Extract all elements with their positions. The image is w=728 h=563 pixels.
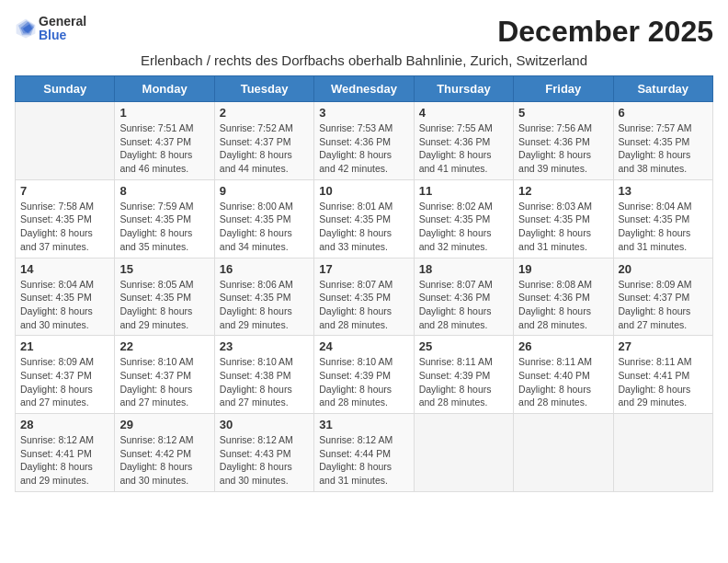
day-number: 22 — [119, 339, 209, 353]
day-number: 14 — [20, 262, 109, 276]
day-number: 30 — [220, 418, 309, 431]
calendar-cell: 8Sunrise: 7:59 AM Sunset: 4:35 PM Daylig… — [115, 179, 214, 258]
calendar-cell: 27Sunrise: 8:11 AM Sunset: 4:41 PM Dayli… — [613, 336, 712, 414]
day-number: 17 — [319, 262, 408, 276]
day-detail: Sunrise: 8:08 AM Sunset: 4:36 PM Dayligh… — [518, 278, 608, 332]
day-number: 8 — [119, 184, 209, 198]
day-detail: Sunrise: 8:11 AM Sunset: 4:41 PM Dayligh… — [619, 355, 708, 409]
day-detail: Sunrise: 8:10 AM Sunset: 4:37 PM Dayligh… — [119, 355, 209, 409]
col-sunday: Sunday — [16, 76, 115, 102]
day-detail: Sunrise: 8:12 AM Sunset: 4:41 PM Dayligh… — [20, 433, 109, 488]
calendar-cell — [514, 414, 613, 492]
day-detail: Sunrise: 8:09 AM Sunset: 4:37 PM Dayligh… — [20, 355, 109, 409]
col-wednesday: Wednesday — [314, 76, 414, 102]
day-number: 6 — [619, 106, 708, 120]
calendar-cell: 20Sunrise: 8:09 AM Sunset: 4:37 PM Dayli… — [613, 258, 712, 336]
calendar-cell: 29Sunrise: 8:12 AM Sunset: 4:42 PM Dayli… — [115, 414, 214, 492]
day-detail: Sunrise: 8:10 AM Sunset: 4:39 PM Dayligh… — [319, 355, 408, 409]
day-number: 24 — [319, 339, 408, 353]
day-number: 27 — [619, 339, 708, 353]
calendar-cell: 28Sunrise: 8:12 AM Sunset: 4:41 PM Dayli… — [16, 414, 115, 492]
calendar-cell — [414, 414, 513, 492]
day-number: 1 — [119, 106, 209, 120]
day-number: 12 — [518, 184, 608, 198]
day-number: 21 — [20, 339, 109, 353]
calendar-cell: 10Sunrise: 8:01 AM Sunset: 4:35 PM Dayli… — [314, 179, 414, 258]
day-number: 11 — [419, 184, 508, 198]
day-detail: Sunrise: 8:01 AM Sunset: 4:35 PM Dayligh… — [319, 200, 408, 254]
logo-text: General Blue — [39, 15, 86, 43]
day-number: 7 — [20, 184, 109, 198]
day-detail: Sunrise: 8:09 AM Sunset: 4:37 PM Dayligh… — [619, 278, 708, 332]
calendar-cell: 17Sunrise: 8:07 AM Sunset: 4:35 PM Dayli… — [314, 258, 414, 336]
calendar-cell: 6Sunrise: 7:57 AM Sunset: 4:35 PM Daylig… — [613, 102, 712, 180]
day-detail: Sunrise: 7:52 AM Sunset: 4:37 PM Dayligh… — [220, 121, 309, 176]
day-detail: Sunrise: 7:56 AM Sunset: 4:36 PM Dayligh… — [518, 121, 608, 176]
col-monday: Monday — [115, 76, 214, 102]
day-number: 26 — [518, 339, 608, 353]
day-number: 25 — [419, 339, 508, 353]
day-detail: Sunrise: 8:12 AM Sunset: 4:44 PM Dayligh… — [319, 433, 408, 488]
day-detail: Sunrise: 8:00 AM Sunset: 4:35 PM Dayligh… — [220, 200, 309, 254]
calendar-cell: 7Sunrise: 7:58 AM Sunset: 4:35 PM Daylig… — [16, 179, 115, 258]
day-number: 29 — [119, 418, 209, 431]
logo-container: General Blue — [15, 15, 86, 43]
day-detail: Sunrise: 8:12 AM Sunset: 4:43 PM Dayligh… — [220, 433, 309, 488]
month-title: December 2025 — [497, 15, 713, 49]
page-wrapper: General Blue December 2025 Erlenbach / r… — [15, 15, 713, 492]
calendar-cell: 26Sunrise: 8:11 AM Sunset: 4:40 PM Dayli… — [514, 336, 613, 414]
calendar-cell: 18Sunrise: 8:07 AM Sunset: 4:36 PM Dayli… — [414, 258, 513, 336]
calendar-cell: 5Sunrise: 7:56 AM Sunset: 4:36 PM Daylig… — [514, 102, 613, 180]
location-title: Erlenbach / rechts des Dorfbachs oberhal… — [15, 52, 713, 68]
col-friday: Friday — [514, 76, 613, 102]
calendar-cell: 22Sunrise: 8:10 AM Sunset: 4:37 PM Dayli… — [115, 336, 214, 414]
day-detail: Sunrise: 8:11 AM Sunset: 4:40 PM Dayligh… — [518, 355, 608, 409]
calendar-cell: 15Sunrise: 8:05 AM Sunset: 4:35 PM Dayli… — [115, 258, 214, 336]
day-detail: Sunrise: 8:06 AM Sunset: 4:35 PM Dayligh… — [220, 278, 309, 332]
day-number: 2 — [220, 106, 309, 120]
calendar-week-row: 7Sunrise: 7:58 AM Sunset: 4:35 PM Daylig… — [16, 179, 713, 258]
day-number: 23 — [220, 339, 309, 353]
day-detail: Sunrise: 8:07 AM Sunset: 4:35 PM Dayligh… — [319, 278, 408, 332]
calendar-week-row: 28Sunrise: 8:12 AM Sunset: 4:41 PM Dayli… — [16, 414, 713, 492]
col-saturday: Saturday — [613, 76, 712, 102]
day-number: 18 — [419, 262, 508, 276]
calendar-cell: 30Sunrise: 8:12 AM Sunset: 4:43 PM Dayli… — [214, 414, 313, 492]
calendar-week-row: 21Sunrise: 8:09 AM Sunset: 4:37 PM Dayli… — [16, 336, 713, 414]
day-detail: Sunrise: 8:10 AM Sunset: 4:38 PM Dayligh… — [220, 355, 309, 409]
day-detail: Sunrise: 8:05 AM Sunset: 4:35 PM Dayligh… — [119, 278, 209, 332]
day-number: 31 — [319, 418, 408, 431]
day-number: 4 — [419, 106, 508, 120]
day-detail: Sunrise: 8:03 AM Sunset: 4:35 PM Dayligh… — [518, 200, 608, 254]
calendar-week-row: 1Sunrise: 7:51 AM Sunset: 4:37 PM Daylig… — [16, 102, 713, 180]
day-detail: Sunrise: 8:07 AM Sunset: 4:36 PM Dayligh… — [419, 278, 508, 332]
day-number: 3 — [319, 106, 408, 120]
day-detail: Sunrise: 7:57 AM Sunset: 4:35 PM Dayligh… — [619, 121, 708, 176]
day-detail: Sunrise: 8:04 AM Sunset: 4:35 PM Dayligh… — [20, 278, 109, 332]
day-number: 19 — [518, 262, 608, 276]
calendar-cell: 23Sunrise: 8:10 AM Sunset: 4:38 PM Dayli… — [214, 336, 313, 414]
calendar-cell: 14Sunrise: 8:04 AM Sunset: 4:35 PM Dayli… — [16, 258, 115, 336]
day-detail: Sunrise: 7:55 AM Sunset: 4:36 PM Dayligh… — [419, 121, 508, 176]
day-detail: Sunrise: 7:59 AM Sunset: 4:35 PM Dayligh… — [119, 200, 209, 254]
day-number: 13 — [619, 184, 708, 198]
calendar-cell — [613, 414, 712, 492]
day-number: 10 — [319, 184, 408, 198]
day-detail: Sunrise: 8:12 AM Sunset: 4:42 PM Dayligh… — [119, 433, 209, 488]
calendar-cell — [16, 102, 115, 180]
calendar-cell: 12Sunrise: 8:03 AM Sunset: 4:35 PM Dayli… — [514, 179, 613, 258]
calendar-cell: 11Sunrise: 8:02 AM Sunset: 4:35 PM Dayli… — [414, 179, 513, 258]
calendar-cell: 1Sunrise: 7:51 AM Sunset: 4:37 PM Daylig… — [115, 102, 214, 180]
col-tuesday: Tuesday — [214, 76, 313, 102]
calendar-table: Sunday Monday Tuesday Wednesday Thursday… — [15, 75, 713, 492]
day-number: 9 — [220, 184, 309, 198]
calendar-cell: 31Sunrise: 8:12 AM Sunset: 4:44 PM Dayli… — [314, 414, 414, 492]
calendar-cell: 3Sunrise: 7:53 AM Sunset: 4:36 PM Daylig… — [314, 102, 414, 180]
calendar-cell: 16Sunrise: 8:06 AM Sunset: 4:35 PM Dayli… — [214, 258, 313, 336]
calendar-cell: 24Sunrise: 8:10 AM Sunset: 4:39 PM Dayli… — [314, 336, 414, 414]
calendar-cell: 21Sunrise: 8:09 AM Sunset: 4:37 PM Dayli… — [16, 336, 115, 414]
calendar-cell: 13Sunrise: 8:04 AM Sunset: 4:35 PM Dayli… — [613, 179, 712, 258]
calendar-cell: 2Sunrise: 7:52 AM Sunset: 4:37 PM Daylig… — [214, 102, 313, 180]
day-number: 28 — [20, 418, 109, 431]
day-detail: Sunrise: 7:58 AM Sunset: 4:35 PM Dayligh… — [20, 200, 109, 254]
